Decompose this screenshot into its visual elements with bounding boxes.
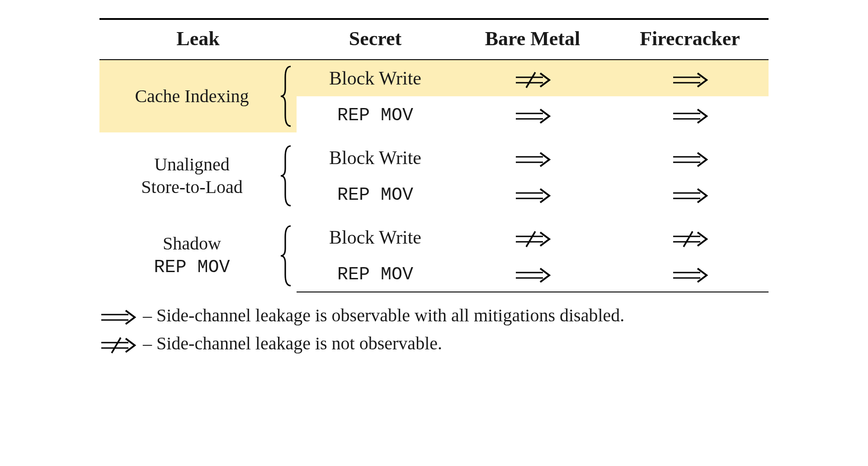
arrow-observable-icon <box>514 151 551 168</box>
secret-cell: REP MOV <box>297 176 454 212</box>
bare-metal-cell <box>454 60 611 96</box>
bare-metal-cell <box>454 255 611 292</box>
firecracker-cell <box>611 60 769 96</box>
firecracker-cell <box>611 219 769 255</box>
table-row: Cache IndexingBlock Write <box>99 60 769 96</box>
arrow-observable-icon <box>671 108 708 125</box>
arrow-not-observable-icon <box>99 337 137 354</box>
leak-label: UnalignedStore-to-Load <box>99 140 275 212</box>
table-row: UnalignedStore-to-LoadBlock Write <box>99 140 769 176</box>
leak-table: Leak Secret Bare Metal Firecracker Cache… <box>99 18 769 292</box>
arrow-observable-icon <box>671 187 708 204</box>
arrow-observable-icon <box>514 108 551 125</box>
legend: – Side-channel leakage is observable wit… <box>99 301 769 358</box>
arrow-not-observable-icon <box>671 231 708 248</box>
firecracker-cell <box>611 140 769 176</box>
group-brace <box>275 140 297 212</box>
header-secret: Secret <box>297 19 454 60</box>
leak-label: Cache Indexing <box>99 60 275 132</box>
secret-cell: Block Write <box>297 60 454 96</box>
firecracker-cell <box>611 255 769 292</box>
brace-icon <box>279 143 292 208</box>
arrow-observable-icon <box>99 309 137 326</box>
arrow-observable-icon <box>671 71 708 89</box>
arrow-not-observable-icon <box>514 231 551 248</box>
firecracker-cell <box>611 176 769 212</box>
arrow-observable-icon <box>671 267 708 284</box>
secret-cell: REP MOV <box>297 96 454 132</box>
brace-icon <box>279 223 292 288</box>
arrow-observable-icon <box>514 187 551 204</box>
arrow-not-observable-icon <box>514 71 551 89</box>
leak-table-figure: Leak Secret Bare Metal Firecracker Cache… <box>99 18 769 358</box>
secret-cell: Block Write <box>297 219 454 255</box>
group-gap <box>99 212 769 219</box>
bare-metal-cell <box>454 219 611 255</box>
secret-cell: REP MOV <box>297 255 454 292</box>
firecracker-cell <box>611 96 769 132</box>
header-bare-metal: Bare Metal <box>454 19 611 60</box>
legend-observable-text: – Side-channel leakage is observable wit… <box>143 305 624 325</box>
leak-label: ShadowREP MOV <box>99 219 275 292</box>
legend-not-observable-text: – Side-channel leakage is not observable… <box>143 333 442 353</box>
arrow-observable-icon <box>671 151 708 168</box>
brace-icon <box>279 64 292 129</box>
header-leak: Leak <box>99 19 297 60</box>
table-row: ShadowREP MOVBlock Write <box>99 219 769 255</box>
bare-metal-cell <box>454 96 611 132</box>
group-gap <box>99 132 769 140</box>
group-brace <box>275 219 297 292</box>
bare-metal-cell <box>454 176 611 212</box>
bare-metal-cell <box>454 140 611 176</box>
header-firecracker: Firecracker <box>611 19 769 60</box>
secret-cell: Block Write <box>297 140 454 176</box>
group-brace <box>275 60 297 132</box>
arrow-observable-icon <box>514 267 551 284</box>
